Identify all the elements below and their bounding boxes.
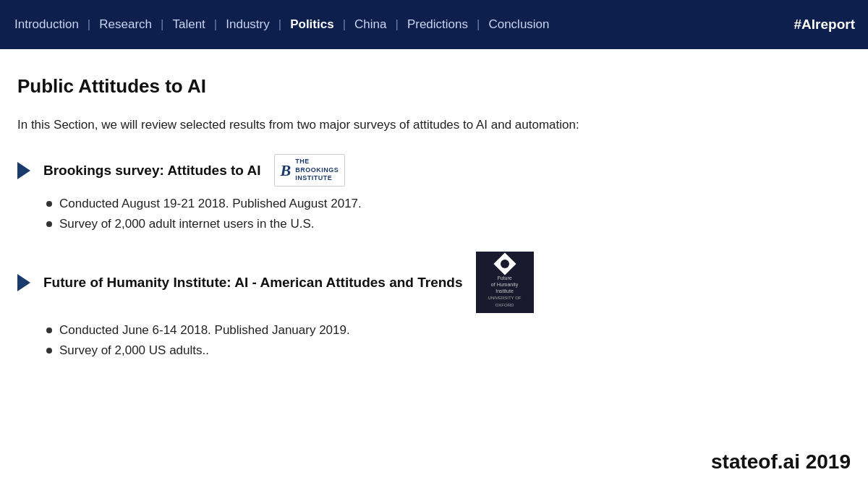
nav-item-introduction[interactable]: Introduction: [13, 17, 80, 32]
list-item: Conducted June 6-14 2018. Published Janu…: [46, 323, 851, 338]
list-item: Conducted August 19-21 2018. Published A…: [46, 197, 851, 211]
nav-sep-4: |: [278, 17, 281, 32]
bullet-dot-icon: [46, 221, 52, 227]
navigation-bar: Introduction | Research | Talent | Indus…: [0, 0, 868, 49]
nav-sep-1: |: [88, 17, 90, 32]
nav-sep-7: |: [477, 17, 480, 32]
nav-sep-5: |: [343, 17, 346, 32]
brookings-bullet-2: Survey of 2,000 adult internet users in …: [59, 217, 314, 231]
main-content: Public Attitudes to AI In this Section, …: [0, 49, 868, 395]
fhi-header: Future of Humanity Institute: AI - Ameri…: [17, 252, 851, 313]
nav-items: Introduction | Research | Talent | Indus…: [13, 17, 794, 32]
nav-item-industry[interactable]: Industry: [224, 17, 271, 32]
brookings-arrow-icon: [17, 162, 30, 179]
nav-item-research[interactable]: Research: [98, 17, 153, 32]
nav-item-conclusion[interactable]: Conclusion: [487, 17, 550, 32]
fhi-bullet-1: Conducted June 6-14 2018. Published Janu…: [59, 323, 350, 338]
intro-paragraph: In this Section, we will review selected…: [17, 118, 851, 132]
list-item: Survey of 2,000 US adults..: [46, 343, 851, 358]
fhi-logo: Futureof HumanityInstituteUNIVERSITY OF …: [476, 252, 534, 313]
hashtag-label: #AIreport: [794, 17, 855, 33]
brookings-header: Brookings survey: Attitudes to AI B THEB…: [17, 154, 851, 187]
bullet-dot-icon: [46, 328, 52, 333]
list-item: Survey of 2,000 adult internet users in …: [46, 217, 851, 231]
nav-item-china[interactable]: China: [353, 17, 388, 32]
nav-item-politics[interactable]: Politics: [289, 17, 335, 32]
fhi-logo-text: Futureof HumanityInstituteUNIVERSITY OF …: [482, 275, 528, 309]
nav-item-predictions[interactable]: Predictions: [406, 17, 469, 32]
fhi-section: Future of Humanity Institute: AI - Ameri…: [17, 252, 851, 358]
fhi-bullet-2: Survey of 2,000 US adults..: [59, 343, 209, 358]
fhi-arrow-icon: [17, 274, 30, 291]
brookings-logo-text: THEBROOKINGSINSTITUTE: [295, 158, 339, 183]
nav-sep-2: |: [161, 17, 163, 32]
nav-item-talent[interactable]: Talent: [171, 17, 206, 32]
footer-label: stateof.ai 2019: [711, 450, 851, 474]
nav-sep-3: |: [214, 17, 217, 32]
brookings-logo-b: B: [281, 161, 292, 180]
nav-sep-6: |: [395, 17, 398, 32]
brookings-logo: B THEBROOKINGSINSTITUTE: [274, 154, 346, 187]
brookings-section: Brookings survey: Attitudes to AI B THEB…: [17, 154, 851, 231]
fhi-title: Future of Humanity Institute: AI - Ameri…: [43, 275, 463, 291]
page-title: Public Attitudes to AI: [17, 75, 851, 98]
brookings-bullet-list: Conducted August 19-21 2018. Published A…: [17, 197, 851, 231]
fhi-diamond-icon: [493, 253, 516, 275]
bullet-dot-icon: [46, 348, 52, 354]
bullet-dot-icon: [46, 201, 52, 207]
fhi-bullet-list: Conducted June 6-14 2018. Published Janu…: [17, 323, 851, 358]
brookings-bullet-1: Conducted August 19-21 2018. Published A…: [59, 197, 362, 211]
brookings-title: Brookings survey: Attitudes to AI: [43, 163, 261, 179]
